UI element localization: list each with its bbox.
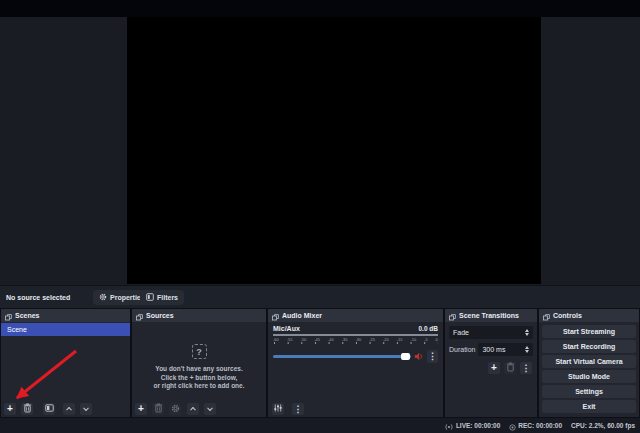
scene-filters-button[interactable] — [43, 403, 55, 415]
no-source-selected-label: No source selected — [6, 286, 70, 309]
trash-icon — [23, 403, 32, 415]
trash-icon — [154, 403, 163, 415]
db-tick: -15 — [397, 337, 403, 342]
channel-db-value: 0.0 dB — [418, 325, 438, 332]
filters-label: Filters — [157, 294, 178, 301]
start-recording-button[interactable]: Start Recording — [542, 340, 636, 353]
duration-label: Duration — [449, 346, 475, 353]
chevron-up-icon — [66, 407, 72, 413]
move-scene-down-button[interactable] — [80, 403, 92, 415]
status-bar: LIVE: 00:00:00 REC: 00:00:00 CPU: 2.2%, … — [0, 418, 640, 433]
popout-icon — [543, 309, 550, 325]
record-disc-icon — [509, 417, 516, 433]
sources-toolbar: + — [135, 403, 216, 415]
transition-selected-value: Fade — [453, 329, 469, 336]
audio-mixer-panel-title: Audio Mixer — [282, 312, 322, 319]
scene-list-item[interactable]: Scene — [1, 323, 130, 336]
sources-panel-header[interactable]: Sources — [132, 309, 266, 322]
audio-settings-icon — [274, 404, 282, 414]
controls-panel-header[interactable]: Controls — [539, 309, 639, 322]
duration-spinbox[interactable]: 300 ms — [478, 343, 533, 356]
popout-icon — [136, 309, 143, 325]
scenes-panel: Scenes Scene + — [1, 309, 130, 417]
sources-empty-text: You don't have any sources. Click the + … — [153, 365, 244, 391]
channel-options-button[interactable]: ⋮ — [427, 350, 438, 363]
transition-options-button[interactable]: ⋮ — [520, 362, 532, 374]
plus-icon: + — [491, 363, 497, 373]
scene-transitions-panel: Scene Transitions Fade Duration 300 ms + — [445, 309, 537, 417]
popout-icon — [272, 309, 279, 325]
audio-mixer-panel: Audio Mixer Mic/Aux 0.0 dB -60 -55 -50 -… — [268, 309, 443, 417]
transition-select[interactable]: Fade — [449, 326, 533, 339]
settings-button[interactable]: Settings — [542, 385, 636, 398]
live-time: LIVE: 00:00:00 — [456, 422, 500, 429]
advanced-audio-button[interactable] — [272, 403, 284, 415]
add-transition-button[interactable]: + — [488, 362, 500, 374]
empty-line-3: or right click here to add one. — [153, 382, 244, 391]
combo-arrows-icon — [525, 329, 529, 336]
gear-icon — [99, 293, 107, 302]
volume-slider[interactable] — [273, 355, 411, 358]
source-properties-button[interactable] — [169, 403, 181, 415]
audio-mixer-panel-header[interactable]: Audio Mixer — [268, 309, 443, 322]
filters-icon — [146, 293, 154, 302]
preview-canvas[interactable] — [127, 17, 541, 284]
move-source-down-button[interactable] — [204, 403, 216, 415]
start-virtual-camera-button[interactable]: Start Virtual Camera — [542, 355, 636, 368]
question-glyph: ? — [196, 347, 202, 357]
scenes-toolbar: + — [4, 403, 92, 415]
chevron-down-icon — [207, 405, 213, 411]
window-titlebar — [0, 0, 640, 17]
mixer-channel: Mic/Aux 0.0 dB -60 -55 -50 -45 -40 -35 -… — [268, 322, 443, 365]
studio-mode-button[interactable]: Studio Mode — [542, 370, 636, 383]
add-source-button[interactable]: + — [135, 403, 147, 415]
trash-icon — [506, 362, 515, 374]
scenes-panel-header[interactable]: Scenes — [1, 309, 130, 322]
popout-icon — [449, 309, 456, 325]
scene-transitions-panel-header[interactable]: Scene Transitions — [445, 309, 537, 322]
exit-button[interactable]: Exit — [542, 400, 636, 413]
duration-value: 300 ms — [482, 346, 505, 353]
start-streaming-button[interactable]: Start Streaming — [542, 325, 636, 338]
source-toolbar: No source selected Properties Filters — [0, 285, 640, 308]
sources-panel-title: Sources — [146, 312, 174, 319]
chevron-down-icon — [83, 405, 89, 411]
empty-line-2: Click the + button below, — [153, 374, 244, 383]
plus-icon: + — [7, 404, 13, 414]
cpu-fps-stats: CPU: 2.2%, 60.00 fps — [571, 422, 635, 429]
move-scene-up-button[interactable] — [63, 403, 75, 415]
split-panel-icon — [45, 404, 54, 414]
dock-area: Scenes Scene + Sources — [0, 308, 640, 418]
volume-slider-handle[interactable] — [401, 353, 410, 360]
kebab-icon: ⋮ — [428, 352, 437, 361]
db-tick: -20 — [383, 337, 389, 342]
db-tick: -25 — [369, 337, 375, 342]
mute-speaker-icon[interactable] — [414, 347, 424, 365]
gear-icon — [171, 404, 180, 415]
db-tick: -55 — [287, 337, 293, 342]
preview-area — [0, 17, 640, 285]
obs-window: No source selected Properties Filters Sc… — [0, 0, 640, 433]
kebab-icon: ⋮ — [294, 405, 303, 414]
filters-button[interactable]: Filters — [140, 290, 184, 305]
mixer-options-button[interactable]: ⋮ — [292, 403, 304, 415]
question-mark-icon: ? — [192, 344, 207, 359]
db-tick: -50 — [300, 337, 306, 342]
spinner-arrows-icon — [525, 346, 529, 353]
remove-scene-button[interactable] — [21, 403, 33, 415]
move-source-up-button[interactable] — [187, 403, 199, 415]
db-tick: -30 — [355, 337, 361, 342]
db-tick: -35 — [342, 337, 348, 342]
db-tick: -45 — [314, 337, 320, 342]
kebab-icon: ⋮ — [522, 364, 531, 373]
transitions-toolbar: + ⋮ — [449, 362, 533, 374]
remove-transition-button[interactable] — [504, 362, 516, 374]
transitions-body: Fade Duration 300 ms + ⋮ — [445, 322, 537, 378]
rec-status: REC: 00:00:00 — [509, 417, 562, 433]
sources-empty-state[interactable]: ? You don't have any sources. Click the … — [132, 344, 266, 391]
db-tick: -60 — [273, 337, 279, 342]
remove-source-button[interactable] — [152, 403, 164, 415]
scenes-panel-title: Scenes — [15, 312, 40, 319]
channel-name: Mic/Aux — [273, 325, 300, 332]
add-scene-button[interactable]: + — [4, 403, 16, 415]
